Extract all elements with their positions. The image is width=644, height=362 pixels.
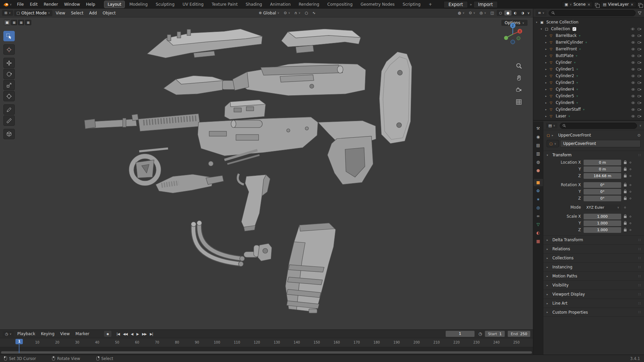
animate-dot[interactable] — [630, 191, 631, 193]
expand-icon[interactable]: ▸ — [545, 81, 550, 84]
outliner-item[interactable]: ▸▽Cylinder2▿ — [533, 72, 644, 79]
menu-marker[interactable]: Marker — [73, 331, 92, 337]
frame-end-field[interactable]: End 250 — [508, 331, 530, 337]
particles-properties-tab[interactable]: ∗ — [534, 196, 543, 203]
tool-properties-tab[interactable]: ⚒ — [534, 125, 543, 132]
tab-layout[interactable]: Layout — [104, 1, 125, 8]
hide-viewport-icon[interactable] — [631, 114, 635, 118]
outliner-item[interactable]: ▸▽Cylinder4▿ — [533, 86, 644, 93]
object-data-properties-tab[interactable]: ▽ — [534, 221, 543, 228]
rotation-mode-dropdown[interactable]: XYZ Euler∨ — [584, 205, 621, 210]
animate-dot[interactable] — [630, 198, 631, 199]
play-reverse-button[interactable]: ◀ — [130, 331, 135, 337]
menu-select[interactable]: Select — [68, 10, 86, 16]
transform-panel-header[interactable]: ▾ Transform ∷ — [543, 151, 644, 159]
previous-keyframe-button[interactable]: ◀◀ — [121, 331, 129, 337]
model-front-grip-ring[interactable] — [129, 149, 168, 186]
axis-y-negative-handle[interactable] — [517, 37, 520, 40]
unlink-scene-icon[interactable]: × — [587, 2, 590, 7]
menu-playback[interactable]: Playback — [15, 331, 38, 337]
jump-to-end-button[interactable]: ▶| — [149, 331, 154, 337]
hide-viewport-icon[interactable] — [631, 81, 635, 85]
animate-dot[interactable] — [630, 162, 631, 163]
xray-toggle[interactable]: ◫ — [489, 11, 496, 15]
camera-view-button[interactable] — [515, 87, 522, 93]
model-top-cover[interactable] — [281, 29, 361, 53]
menu-window[interactable]: Window — [61, 1, 83, 8]
editor-type-dropdown[interactable]: ⊞ ∨ — [2, 10, 13, 16]
outliner-scene-collection[interactable]: ▾ ▣ Scene Collection — [533, 19, 644, 25]
drag-handle-icon[interactable]: ∷ — [638, 301, 641, 306]
location-z-field[interactable]: 184.68 m — [584, 173, 621, 179]
expand-icon[interactable]: ▸ — [545, 41, 550, 44]
hide-viewport-icon[interactable] — [631, 107, 635, 112]
pan-button[interactable] — [515, 74, 522, 81]
constraints-properties-tab[interactable]: ∞ — [534, 212, 543, 220]
overlays-dropdown[interactable]: ◎ ∨ — [478, 11, 488, 15]
lock-icon[interactable] — [624, 175, 627, 177]
timeline-track[interactable] — [0, 347, 533, 355]
section-delta-transform[interactable]: ▸Delta Transform∷ — [543, 235, 644, 244]
drag-handle-icon[interactable]: ∷ — [638, 265, 641, 269]
lock-icon[interactable] — [624, 222, 627, 225]
expand-icon[interactable]: ▸ — [545, 74, 550, 77]
section-visibility[interactable]: ▸Visibility∷ — [543, 280, 644, 290]
tab-modeling[interactable]: Modeling — [126, 1, 151, 8]
shading-dropdown-icon[interactable]: ∨ — [527, 10, 531, 15]
play-button[interactable]: ▶ — [135, 331, 140, 337]
disable-render-icon[interactable] — [637, 107, 642, 112]
world-properties-tab[interactable]: ● — [534, 167, 543, 174]
current-frame-field[interactable]: 1 — [446, 331, 475, 337]
tab-texture-paint[interactable]: Texture Paint — [208, 1, 241, 8]
animate-dot[interactable] — [630, 175, 631, 177]
pivot-point-dropdown[interactable]: ⊙ ∨ — [282, 11, 292, 15]
outliner-editor-dropdown[interactable]: ≡ ∨ — [536, 10, 547, 16]
disable-render-icon[interactable] — [637, 47, 642, 51]
section-viewport-display[interactable]: ▸Viewport Display∷ — [543, 290, 644, 299]
disable-render-icon[interactable] — [637, 114, 642, 118]
tab-scripting[interactable]: Scripting — [399, 1, 424, 8]
disable-render-icon[interactable] — [637, 94, 642, 98]
outliner-item[interactable]: ▸▽Cylinder▿ — [533, 59, 644, 66]
move-tool[interactable] — [3, 58, 15, 68]
model-tubes[interactable] — [191, 220, 245, 266]
visibility-dropdown[interactable]: ◍ ∨ — [456, 11, 466, 15]
model-barrel-front[interactable] — [163, 75, 240, 95]
menu-render[interactable]: Render — [41, 1, 61, 8]
scale-tool[interactable] — [3, 80, 15, 90]
expand-icon[interactable]: ▸ — [545, 68, 550, 71]
navigation-gizmo[interactable]: Z X — [500, 21, 526, 47]
modifiers-properties-tab[interactable]: ⚙ — [534, 187, 543, 195]
timeline-ruler[interactable]: 1020304050607080901001101201301401501601… — [0, 338, 533, 347]
export-button[interactable]: Export — [444, 1, 468, 8]
pin-icon[interactable]: ⊙ — [637, 133, 641, 138]
viewport-3d[interactable]: ⊞ ∨ ▢ Object Mode ∨ View Select Add Obje… — [0, 9, 533, 329]
transform-tool[interactable] — [3, 91, 15, 101]
object-properties-tab[interactable]: ■ — [534, 179, 543, 186]
section-motion-paths[interactable]: ▸Motion Paths∷ — [543, 271, 644, 280]
view-layer-properties-tab[interactable]: ▥ — [534, 150, 543, 157]
outliner-item[interactable]: ▸▽Cylinder3▿ — [533, 79, 644, 86]
select-mode-subtract-button[interactable]: ▦ — [18, 20, 24, 25]
hide-viewport-icon[interactable] — [631, 34, 635, 38]
hide-viewport-icon[interactable] — [631, 47, 635, 51]
animate-dot[interactable] — [624, 207, 626, 208]
menu-edit[interactable]: Edit — [27, 1, 40, 8]
collapse-icon[interactable]: ▾ — [541, 28, 545, 31]
transform-orientation-dropdown[interactable]: ⊕ Global ∨ — [257, 11, 281, 15]
select-mode-new-button[interactable]: ▦ — [4, 20, 10, 25]
outliner-item[interactable]: ▸▽Cylinder6▿ — [533, 99, 644, 106]
section-line-art[interactable]: ▸Line Art∷ — [543, 299, 644, 308]
scale-z-field[interactable]: 1.000 — [584, 227, 621, 233]
disable-render-icon[interactable] — [637, 27, 642, 31]
lock-icon[interactable] — [624, 198, 627, 200]
drag-handle-icon[interactable]: ∷ — [638, 247, 641, 251]
model-top-rail[interactable] — [147, 29, 262, 58]
disable-render-icon[interactable] — [637, 101, 642, 105]
outliner-item[interactable]: ▸▽BarrelCylinder▿ — [533, 39, 644, 46]
viewlayer-selector[interactable]: ▤ ViewLayer × — [600, 1, 636, 8]
disable-render-icon[interactable] — [637, 40, 642, 45]
expand-icon[interactable]: ▸ — [545, 48, 550, 51]
animate-dot[interactable] — [630, 184, 631, 186]
outliner-item[interactable]: ▸▽Cylinder1▿ — [533, 66, 644, 72]
